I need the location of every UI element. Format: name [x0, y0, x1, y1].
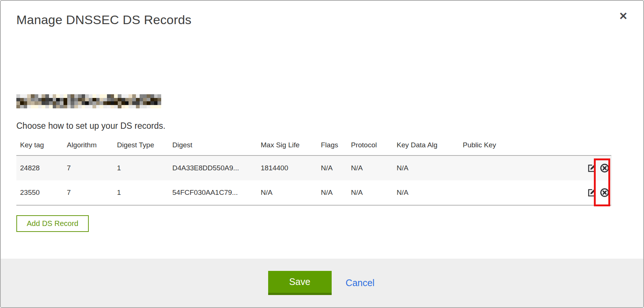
col-header-key-data-alg: Key Data Alg: [393, 138, 459, 155]
col-header-flags: Flags: [317, 138, 347, 155]
delete-record-icon[interactable]: [599, 163, 610, 174]
col-header-digest-type: Digest Type: [113, 138, 169, 155]
cell-digest-type: 1: [113, 155, 169, 180]
cell-protocol: N/A: [347, 155, 393, 180]
table-row: 24828 7 1 D4A33E8DD550A9... 1814400 N/A …: [16, 155, 611, 180]
instruction-text: Choose how to set up your DS records.: [16, 121, 165, 131]
col-header-digest: Digest: [169, 138, 257, 155]
cell-key-data-alg: N/A: [393, 155, 459, 180]
cell-digest: D4A33E8DD550A9...: [169, 155, 257, 180]
col-header-max-sig-life: Max Sig Life: [257, 138, 317, 155]
cell-algorithm: 7: [63, 180, 113, 205]
cell-digest-type: 1: [113, 180, 169, 205]
cell-key-data-alg: N/A: [393, 180, 459, 205]
manage-dnssec-dialog: Manage DNSSEC DS Records ✕ Choose how to…: [0, 0, 644, 308]
add-ds-record-button[interactable]: Add DS Record: [16, 215, 89, 232]
edit-record-icon[interactable]: [587, 187, 597, 198]
edit-record-icon[interactable]: [587, 163, 597, 173]
cell-digest: 54FCF030AA1C79...: [169, 180, 257, 205]
col-header-key-tag: Key tag: [16, 138, 63, 155]
cell-key-tag: 24828: [16, 155, 63, 180]
cell-algorithm: 7: [63, 155, 113, 180]
cell-flags: N/A: [317, 155, 347, 180]
cell-protocol: N/A: [347, 180, 393, 205]
cell-public-key: [459, 155, 580, 180]
col-header-algorithm: Algorithm: [63, 138, 113, 155]
cell-key-tag: 23550: [16, 180, 63, 205]
cell-max-sig-life: 1814400: [257, 155, 317, 180]
delete-record-icon[interactable]: [599, 187, 610, 198]
col-header-actions: [580, 138, 611, 155]
cancel-button[interactable]: Cancel: [344, 276, 376, 290]
col-header-public-key: Public Key: [459, 138, 580, 155]
cell-flags: N/A: [317, 180, 347, 205]
close-icon[interactable]: ✕: [617, 9, 630, 24]
save-button[interactable]: Save: [268, 271, 332, 295]
dialog-title: Manage DNSSEC DS Records: [16, 13, 192, 27]
redacted-domain: [16, 94, 161, 108]
ds-records-table: Key tag Algorithm Digest Type Digest Max…: [16, 138, 611, 206]
table-row: 23550 7 1 54FCF030AA1C79... N/A N/A N/A …: [16, 180, 611, 205]
col-header-protocol: Protocol: [347, 138, 393, 155]
cell-actions: [580, 180, 611, 205]
dialog-footer: Save Cancel: [1, 259, 643, 307]
table-header-row: Key tag Algorithm Digest Type Digest Max…: [16, 138, 611, 155]
cell-max-sig-life: N/A: [257, 180, 317, 205]
cell-actions: [580, 155, 611, 180]
cell-public-key: [459, 180, 580, 205]
